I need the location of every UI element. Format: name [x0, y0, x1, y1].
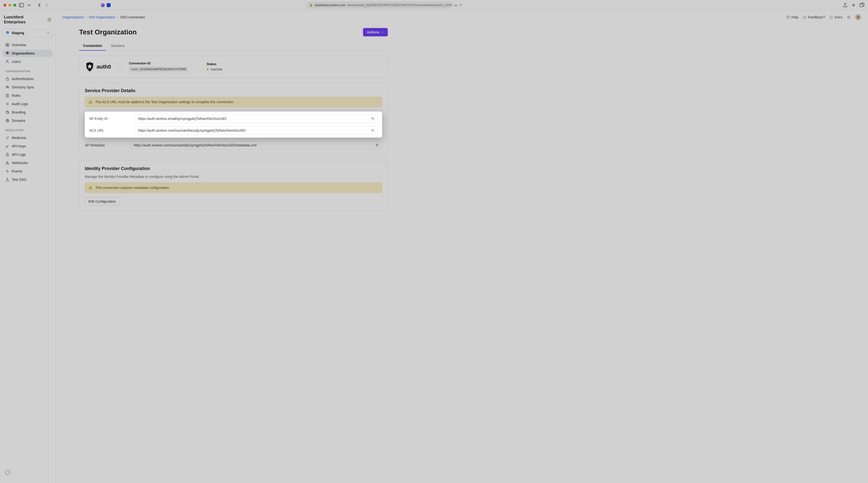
svg-point-34 — [848, 17, 850, 18]
sidebar-item-audit-logs[interactable]: Audit Logs — [3, 100, 52, 107]
sidebar-item-users[interactable]: Users — [3, 58, 52, 65]
sidebar-item-label: Roles — [12, 94, 21, 98]
acs-url-value[interactable]: https://auth.workos.com/sso/saml/acs/qUs… — [135, 126, 378, 135]
sp-entity-id-value[interactable]: https://auth.workos.email/qUsymgp4zjTsRw… — [135, 115, 378, 123]
sidebar-item-label: API Keys — [12, 144, 26, 148]
sidebar-item-label: Test SSO — [12, 178, 26, 182]
sidebar-item-domains[interactable]: Domains — [3, 117, 52, 124]
url-bar[interactable]: 🔒 dashboard.workos.com/environment_01EZD… — [307, 2, 452, 9]
sidebar-item-directory-sync[interactable]: Directory Sync — [3, 84, 52, 91]
sidebar-item-authentication[interactable]: Authentication — [3, 75, 52, 83]
svg-point-12 — [6, 86, 8, 87]
warning-icon — [89, 100, 92, 104]
tab-connection[interactable]: Connection — [79, 41, 106, 51]
connection-id-value[interactable]: conn_01HXHGGS8AP6R2NJHGXSYXT8KR — [129, 67, 188, 72]
sidebar-item-branding[interactable]: Branding — [3, 108, 52, 116]
sidebar-toggle-icon[interactable] — [19, 2, 24, 8]
tabs: Connection Sessions — [79, 41, 388, 51]
sp-metadata-value[interactable]: https://auth.workos.com/sso/saml/qUsymgp… — [130, 141, 382, 149]
feedback-icon — [803, 15, 807, 19]
breadcrumb-organizations[interactable]: Organizations — [62, 15, 84, 19]
copy-button[interactable] — [371, 129, 375, 132]
copy-button[interactable] — [371, 117, 375, 120]
breadcrumb-org[interactable]: Test Organization — [89, 15, 115, 19]
acs-url-label: ACS URL — [89, 128, 131, 132]
maximize-window-icon[interactable] — [13, 4, 16, 7]
idp-config-card: Identity Provider Configuration Manage t… — [79, 160, 388, 211]
auth0-shield-icon — [85, 62, 95, 72]
sp-details-card: Service Provider Details The ACS URL mus… — [79, 83, 388, 156]
user-avatar[interactable]: B — [855, 14, 861, 20]
reload-icon[interactable]: ⟳ — [460, 3, 462, 7]
lock-icon: 🔒 — [309, 3, 313, 7]
environment-select[interactable]: Staging — [3, 29, 52, 37]
sidebar-item-test-sso[interactable]: Test SSO — [3, 176, 52, 183]
status-value: Inactive — [211, 67, 222, 71]
svg-point-15 — [7, 95, 8, 96]
user-icon — [5, 60, 9, 64]
tabs-icon[interactable] — [859, 2, 865, 8]
back-button[interactable] — [37, 2, 42, 8]
new-tab-icon[interactable] — [851, 2, 856, 8]
actions-button[interactable]: Actions — [363, 28, 388, 36]
link-icon — [5, 136, 9, 140]
palette-icon — [5, 110, 9, 114]
svg-line-39 — [847, 16, 848, 17]
stack-icon — [5, 51, 9, 55]
minimize-window-icon[interactable] — [8, 4, 11, 7]
svg-line-42 — [850, 16, 850, 17]
flask-icon — [5, 178, 9, 182]
edit-configuration-button[interactable]: Edit Configuration — [85, 197, 119, 206]
svg-rect-7 — [8, 43, 9, 45]
sidebar-item-roles[interactable]: Roles — [3, 92, 52, 99]
svg-rect-8 — [6, 45, 7, 46]
sidebar-item-label: Webhooks — [12, 161, 28, 165]
sidebar-item-label: Authentication — [12, 77, 34, 81]
svg-point-20 — [7, 111, 7, 112]
breadcrumb: Organizations / Test Organization / SSO … — [62, 15, 145, 19]
reader-icon[interactable]: 📖 — [454, 3, 458, 7]
extension-icon[interactable] — [101, 3, 105, 7]
sidebar-item-webhooks[interactable]: Webhooks — [3, 159, 52, 167]
forward-button — [44, 2, 49, 8]
sidebar-item-label: Users — [12, 60, 21, 64]
copy-button[interactable] — [375, 143, 379, 147]
svg-point-10 — [7, 60, 8, 62]
sp-details-title: Service Provider Details — [85, 88, 382, 93]
workos-logo-icon — [4, 469, 11, 476]
nav-section-developer: DEVELOPER — [3, 125, 52, 133]
list-icon — [5, 102, 9, 106]
sidebar-item-label: API Logs — [12, 153, 26, 157]
sidebar-item-redirects[interactable]: Redirects — [3, 134, 52, 141]
sidebar-item-organizations[interactable]: Organizations — [3, 50, 52, 57]
svg-point-31 — [7, 161, 8, 162]
theme-toggle[interactable] — [847, 15, 851, 19]
help-link[interactable]: Help — [786, 15, 799, 19]
key-icon — [5, 144, 9, 148]
browser-chrome: 🔒 dashboard.workos.com/environment_01EZD… — [0, 0, 868, 10]
sidebar-item-label: Audit Logs — [12, 102, 28, 106]
sp-entity-id-label: SP Entity ID — [89, 117, 131, 121]
sidebar-item-api-logs[interactable]: API Logs — [3, 151, 52, 158]
extension-icon[interactable] — [107, 3, 111, 7]
chevron-down-icon[interactable] — [27, 2, 32, 8]
grid-icon — [5, 43, 9, 47]
layers-icon — [6, 31, 9, 35]
status-dot-icon — [207, 68, 209, 70]
alert-text: The ACS URL must be added to the Test Or… — [95, 100, 234, 104]
docs-link[interactable]: Docs — [829, 15, 842, 19]
document-icon — [5, 153, 9, 157]
help-icon — [786, 15, 790, 19]
svg-rect-6 — [6, 43, 7, 45]
svg-point-21 — [8, 111, 8, 112]
sidebar-item-api-keys[interactable]: API Keys — [3, 142, 52, 150]
tab-sessions[interactable]: Sessions — [107, 41, 129, 51]
sidebar-item-overview[interactable]: Overview — [3, 41, 52, 49]
sidebar-item-events[interactable]: Events — [3, 167, 52, 175]
close-window-icon[interactable] — [3, 4, 6, 7]
svg-rect-0 — [19, 3, 24, 7]
feedback-link[interactable]: Feedback? — [803, 15, 825, 19]
settings-button[interactable] — [48, 18, 51, 22]
svg-rect-9 — [8, 45, 9, 46]
share-icon[interactable] — [842, 2, 848, 8]
